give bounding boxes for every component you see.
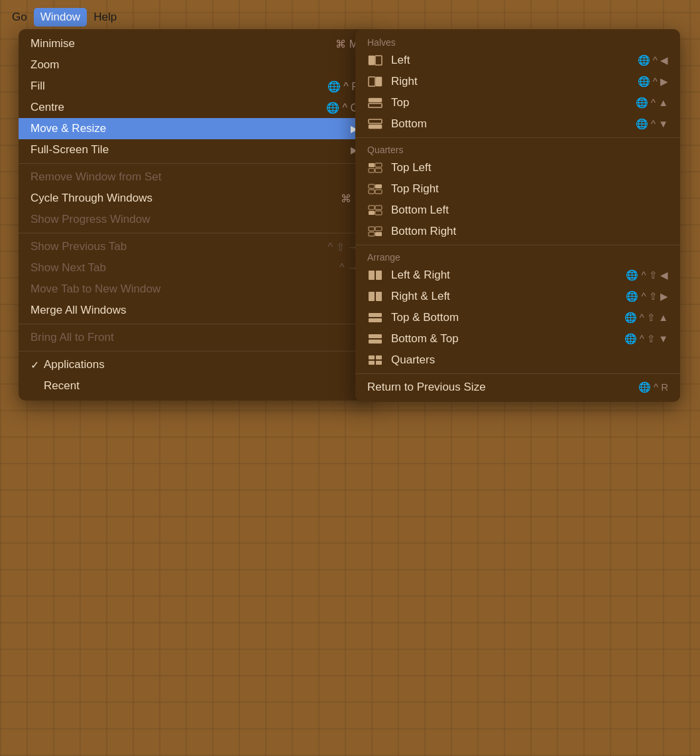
svg-rect-33	[376, 355, 382, 359]
submenu-item-left-right[interactable]: Left & Right 🌐 ^ ⇧ ◀	[355, 265, 680, 286]
menu-item-bring-front: Bring All to Front	[19, 327, 370, 348]
menu-item-show-progress: Show Progress Window	[19, 209, 370, 230]
svg-rect-1	[375, 56, 382, 65]
svg-rect-26	[376, 292, 382, 301]
right-left-icon	[367, 290, 383, 302]
submenu-item-right[interactable]: Right 🌐 ^ ▶	[355, 71, 680, 92]
menu-item-applications[interactable]: ✓ Applications	[19, 354, 370, 375]
svg-rect-18	[369, 211, 375, 215]
halves-header: Halves	[355, 33, 680, 50]
menu-window[interactable]: Window	[34, 8, 87, 27]
zoom-label: Zoom	[30, 58, 59, 72]
svg-rect-4	[369, 98, 382, 102]
submenu-sep-3	[355, 373, 680, 374]
return-previous-label: Return to Previous Size	[367, 381, 486, 394]
svg-rect-22	[369, 232, 375, 236]
submenu-item-bottom[interactable]: Bottom 🌐 ^ ▼	[355, 113, 680, 135]
svg-rect-34	[369, 361, 375, 365]
svg-rect-35	[376, 361, 382, 365]
menu-item-zoom[interactable]: Zoom	[19, 54, 370, 76]
top-right-icon	[367, 183, 383, 195]
svg-rect-9	[375, 163, 382, 167]
move-resize-label: Move & Resize	[30, 122, 106, 135]
svg-rect-30	[369, 334, 382, 338]
top-icon	[367, 97, 383, 109]
submenu-item-quarters-arrange[interactable]: Quarters	[355, 349, 680, 371]
submenu-item-top-bottom[interactable]: Top & Bottom 🌐 ^ ⇧ ▲	[355, 307, 680, 328]
menu-item-minimise[interactable]: Minimise ⌘ M	[19, 33, 370, 54]
menu-go[interactable]: Go	[5, 8, 34, 27]
separator-4	[19, 351, 370, 351]
menu-item-cycle-windows[interactable]: Cycle Through Windows ⌘ `	[19, 188, 370, 209]
quarters-arrange-icon	[367, 354, 383, 366]
submenu-item-bottom-top[interactable]: Bottom & Top 🌐 ^ ⇧ ▼	[355, 328, 680, 349]
right-shortcut: 🌐 ^ ▶	[638, 76, 668, 88]
submenu-item-top[interactable]: Top 🌐 ^ ▲	[355, 92, 680, 113]
show-progress-label: Show Progress Window	[30, 213, 150, 226]
menu-item-merge-windows[interactable]: Merge All Windows	[19, 300, 370, 321]
svg-rect-31	[369, 340, 382, 344]
submenu-item-right-left[interactable]: Right & Left 🌐 ^ ⇧ ▶	[355, 286, 680, 307]
cycle-windows-label: Cycle Through Windows	[30, 192, 152, 205]
submenu-item-left[interactable]: Left 🌐 ^ ◀	[355, 50, 680, 71]
menu-item-move-resize[interactable]: Move & Resize ▶	[19, 118, 370, 139]
menu-item-centre[interactable]: Centre 🌐 ^ C	[19, 97, 370, 118]
fullscreen-tile-label: Full-Screen Tile	[30, 143, 109, 157]
svg-rect-5	[369, 103, 382, 107]
submenu-sep-2	[355, 245, 680, 245]
submenu-item-top-right[interactable]: Top Right	[355, 178, 680, 200]
svg-rect-13	[375, 184, 382, 188]
svg-rect-20	[369, 227, 375, 231]
minimise-shortcut: ⌘ M	[335, 38, 358, 50]
left-right-shortcut: 🌐 ^ ⇧ ◀	[626, 269, 668, 281]
svg-rect-32	[369, 355, 375, 359]
top-bottom-label: Top & Bottom	[391, 311, 459, 324]
bottom-left-icon	[367, 204, 383, 216]
menu-item-recent[interactable]: ✓ Recent	[19, 375, 370, 397]
right-icon	[367, 76, 383, 88]
top-shortcut: 🌐 ^ ▲	[636, 97, 668, 109]
bring-front-label: Bring All to Front	[30, 331, 114, 344]
bottom-top-label: Bottom & Top	[391, 332, 459, 346]
menu-item-fill[interactable]: Fill 🌐 ^ F	[19, 76, 370, 97]
menu-item-remove-window: Remove Window from Set	[19, 166, 370, 188]
svg-rect-3	[376, 77, 382, 86]
bottom-top-shortcut: 🌐 ^ ⇧ ▼	[624, 333, 668, 345]
menu-item-fullscreen-tile[interactable]: Full-Screen Tile ▶	[19, 139, 370, 160]
submenu-item-return-previous[interactable]: Return to Previous Size 🌐 ^ R	[355, 377, 680, 398]
svg-rect-10	[369, 168, 375, 172]
right-left-shortcut: 🌐 ^ ⇧ ▶	[626, 290, 668, 302]
bottom-icon	[367, 118, 383, 130]
bottom-top-icon	[367, 333, 383, 345]
move-tab-label: Move Tab to New Window	[30, 283, 160, 296]
left-icon	[367, 54, 383, 66]
left-shortcut: 🌐 ^ ◀	[638, 54, 668, 66]
svg-rect-16	[369, 206, 375, 210]
svg-rect-25	[376, 271, 382, 280]
svg-rect-21	[375, 227, 382, 231]
bottom-shortcut: 🌐 ^ ▼	[636, 118, 668, 130]
svg-rect-29	[369, 318, 382, 322]
submenu-item-bottom-left[interactable]: Bottom Left	[355, 200, 680, 221]
merge-windows-label: Merge All Windows	[30, 304, 127, 317]
quarters-header: Quarters	[355, 141, 680, 157]
bottom-right-icon	[367, 225, 383, 237]
arrange-header: Arrange	[355, 248, 680, 265]
svg-rect-12	[369, 184, 375, 188]
window-dropdown-menu: Minimise ⌘ M Zoom Fill 🌐 ^ F Centre 🌐 ^ …	[19, 29, 370, 401]
remove-window-label: Remove Window from Set	[30, 170, 161, 184]
svg-rect-11	[375, 168, 382, 172]
svg-rect-2	[369, 77, 375, 86]
menu-item-move-tab: Move Tab to New Window	[19, 279, 370, 300]
menu-help[interactable]: Help	[87, 8, 123, 27]
recent-checkmark: ✓	[30, 380, 44, 393]
submenu-item-top-left[interactable]: Top Left	[355, 157, 680, 178]
top-bottom-icon	[367, 312, 383, 324]
submenu-sep-1	[355, 137, 680, 138]
svg-rect-8	[369, 163, 375, 167]
menu-item-show-prev-tab: Show Previous Tab ^ ⇧ →	[19, 236, 370, 257]
svg-rect-0	[369, 56, 375, 65]
submenu-item-bottom-right[interactable]: Bottom Right	[355, 221, 680, 242]
svg-rect-7	[369, 125, 382, 129]
bottom-right-label: Bottom Right	[391, 225, 456, 238]
